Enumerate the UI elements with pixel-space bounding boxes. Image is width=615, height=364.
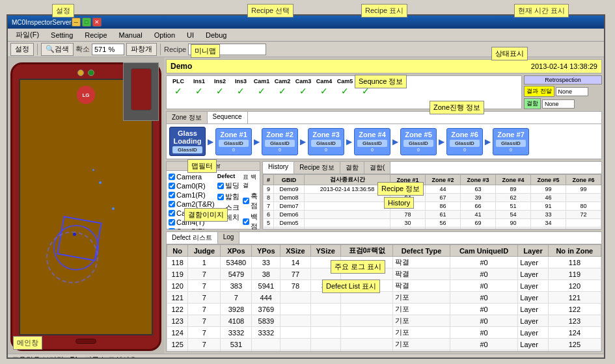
filter-baekjeom-check[interactable] bbox=[243, 218, 249, 225]
close-button[interactable]: ✕ bbox=[92, 18, 102, 27]
main-content: LG bbox=[8, 57, 604, 354]
table-row[interactable]: 6Demo6786141543372 bbox=[264, 211, 601, 219]
ok-label: 결함 bbox=[524, 98, 541, 109]
annotation-recipe-info: Recipe 정보 bbox=[377, 182, 424, 196]
list-item[interactable]: 122739283769기포#0Layer122 bbox=[167, 304, 601, 315]
menu-manual[interactable]: Manual bbox=[114, 30, 148, 40]
defect-dot3 bbox=[112, 207, 115, 210]
plc-col-ins3: Ins3 bbox=[231, 78, 251, 84]
filter-baekjeom: 백점 bbox=[243, 212, 258, 229]
history-panel: History Recipe 정보 결함 결합( # GBID bbox=[262, 161, 602, 229]
filter-cam2-check[interactable] bbox=[169, 201, 175, 207]
cell-xsize: 14 bbox=[280, 257, 310, 268]
list-item[interactable]: 1257531기포#0Layer125 bbox=[167, 339, 601, 350]
defect-dot1 bbox=[99, 181, 102, 184]
cell-time bbox=[305, 202, 390, 211]
menu-setting[interactable]: Setting bbox=[46, 30, 78, 40]
plc-check-cam4: ✓ bbox=[314, 86, 334, 96]
list-item[interactable]: 12671327기포#0Layer126 bbox=[167, 350, 601, 352]
cell-extra bbox=[340, 339, 393, 350]
list-item[interactable]: 123741085839기포#0Layer123 bbox=[167, 315, 601, 327]
zone-7-label: Zone #7 bbox=[496, 131, 526, 138]
datetime-display: 2013-02-14 13:38:29 bbox=[531, 62, 597, 70]
tab-log[interactable]: Log bbox=[218, 232, 240, 244]
col3-header: 표 백결 bbox=[243, 173, 258, 190]
status-num: NUM bbox=[560, 356, 576, 359]
list-item[interactable]: 12177444기포#0Layer121 bbox=[167, 292, 601, 304]
plc-check-ins2: ✓ bbox=[210, 86, 230, 96]
tab-history[interactable]: History bbox=[263, 162, 294, 174]
cell-cam: #0 bbox=[450, 339, 518, 350]
cell-z2: 61 bbox=[425, 211, 460, 219]
list-item[interactable]: 124733323332기포#0Layer124 bbox=[167, 327, 601, 339]
device-logo: LG bbox=[66, 85, 105, 105]
zone-1-id: GlassID bbox=[219, 140, 249, 147]
cell-xsize bbox=[280, 292, 310, 304]
retrospection-button[interactable]: Retrospection bbox=[524, 75, 602, 84]
th-defect-extra: 표검0#랙없 bbox=[340, 245, 393, 257]
cell-judge: 7 bbox=[188, 304, 221, 315]
minimize-button[interactable]: ─ bbox=[72, 18, 81, 27]
menu-file[interactable]: 파일(F) bbox=[10, 29, 44, 41]
filter-baekjeom-label: 백점 bbox=[251, 212, 258, 229]
filter-cam5-check[interactable] bbox=[169, 228, 175, 229]
menu-option[interactable]: Option bbox=[149, 30, 180, 40]
cell-z6 bbox=[566, 219, 601, 228]
cell-ysize bbox=[310, 339, 340, 350]
refresh-button[interactable]: 파창개 bbox=[126, 43, 157, 56]
tab-result[interactable]: 결합( bbox=[364, 162, 390, 174]
cell-cam: #0 bbox=[450, 327, 518, 339]
cell-judge: 1 bbox=[188, 257, 221, 268]
tab-zone-info[interactable]: Zone 정보 bbox=[167, 112, 208, 124]
zone-section: Zone 정보 Sequence Glass Loading GlassID ▶ bbox=[166, 111, 602, 159]
menu-recipe[interactable]: Recipe bbox=[79, 30, 112, 40]
filter-cam3-check[interactable] bbox=[169, 210, 175, 216]
history-table-wrap[interactable]: # GBID 검사종료시간 Zone #1 Zone #2 Zone #3 Zo… bbox=[263, 174, 601, 229]
settings-button[interactable]: 설정 bbox=[10, 43, 34, 56]
filter-heukjeom-check[interactable] bbox=[243, 198, 249, 204]
cell-xsize: 78 bbox=[280, 280, 310, 292]
tab-defect-list[interactable]: Defect 리스트 bbox=[167, 232, 218, 244]
cell-ypos: 5941 bbox=[252, 280, 280, 292]
maximize-button[interactable]: □ bbox=[82, 18, 91, 27]
cell-layer: Layer bbox=[518, 257, 548, 268]
filter-bilding-check[interactable] bbox=[217, 183, 224, 189]
tab-defect[interactable]: 결함 bbox=[340, 162, 364, 174]
cell-judge: 7 bbox=[188, 315, 221, 327]
filter-camera-check[interactable] bbox=[169, 174, 175, 180]
tab-recipe-info[interactable]: Recipe 정보 bbox=[294, 162, 340, 174]
filter-cam0-check[interactable] bbox=[169, 183, 175, 189]
left-panel: LG bbox=[8, 57, 164, 354]
filter-cam1-check[interactable] bbox=[169, 192, 175, 198]
table-row[interactable]: 4Demo4404199613830 bbox=[264, 228, 601, 229]
cell-z3: 66 bbox=[460, 202, 495, 211]
ok-row: 결함 None bbox=[524, 98, 602, 109]
menu-ui[interactable]: UI bbox=[182, 30, 199, 40]
result-row: 결과 전달 None bbox=[524, 86, 602, 97]
cell-xpos: 3332 bbox=[221, 327, 252, 339]
filter-heukjeom-label: 흑점 bbox=[251, 191, 258, 211]
table-row[interactable]: 7Demo7418666519180 bbox=[264, 202, 601, 211]
zone-loading-label: Loading bbox=[172, 137, 202, 145]
cell-ypos: 33 bbox=[252, 257, 280, 268]
filter-cam4-check[interactable] bbox=[169, 219, 175, 226]
table-row[interactable]: 9Demo92013-02-14 13:36:58904463899999 bbox=[264, 185, 601, 194]
menu-debug[interactable]: Debug bbox=[200, 30, 232, 40]
filter-balphim-check[interactable] bbox=[217, 194, 224, 200]
tab-sequence[interactable]: Sequence bbox=[208, 112, 248, 124]
table-row[interactable]: 8Demo89467396246 bbox=[264, 194, 601, 202]
search-button[interactable]: 🔍 검색 bbox=[41, 43, 74, 56]
cell-type: 기포 bbox=[393, 315, 450, 327]
table-row[interactable]: 5Demo53056699034 bbox=[264, 219, 601, 228]
cell-ysize bbox=[310, 315, 340, 327]
cell-no: 126 bbox=[167, 350, 188, 352]
zoom-input[interactable] bbox=[92, 44, 124, 55]
zone-1: Zone #1 GlassID 0 bbox=[215, 128, 252, 155]
cell-type: 기포 bbox=[393, 350, 450, 352]
filter-bilding-label: 빌딩 bbox=[225, 181, 239, 190]
history-table: # GBID 검사종료시간 Zone #1 Zone #2 Zone #3 Zo… bbox=[263, 174, 601, 229]
plc-check-ins1: ✓ bbox=[189, 86, 209, 96]
list-item[interactable]: 120738359417834팍결#0Layer120 bbox=[167, 280, 601, 292]
arrow1: ▶ bbox=[208, 137, 213, 146]
plc-header-row: PLC Ins1 Ins2 Ins3 Cam1 Cam2 Cam3 Cam4 C… bbox=[169, 78, 519, 84]
